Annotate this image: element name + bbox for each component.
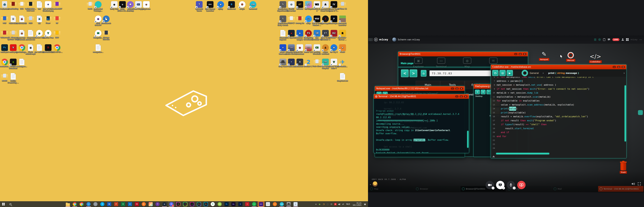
taskbar-pin-openvpn[interactable]: ∩ <box>272 201 278 207</box>
desktop-icon[interactable]: EPIC↗Epic Games Launcher <box>204 1 216 12</box>
chevron-up-icon[interactable]: ∧ <box>315 203 317 205</box>
taskbar-clock[interactable]: 01:21 18-2-2021 <box>352 202 362 206</box>
chat-icon[interactable] <box>608 38 610 41</box>
taskbar-pin-grey-hack[interactable] <box>285 201 292 207</box>
maximize-icon[interactable]: □ <box>460 95 463 98</box>
desktop-icon[interactable]: R↗Rockstar Games ... <box>336 30 348 40</box>
desktop-icon[interactable]: ↗Justinmind Prototyp... <box>92 1 104 12</box>
taskbar-pin-chrome[interactable] <box>71 201 78 207</box>
taskbar-pin-perf-monitor[interactable]: ∿ <box>264 201 272 207</box>
taskbar-pin-blue-app[interactable]: ◷ <box>85 201 92 207</box>
terminal-scrollbar[interactable] <box>467 131 468 148</box>
game-desktop-icon-manual[interactable]: Manual <box>564 52 577 62</box>
close-icon[interactable]: X <box>523 53 526 55</box>
notification-center-icon[interactable]: ▣ <box>364 203 366 205</box>
run-button[interactable]: ▶ <box>507 70 513 76</box>
taskbar-pin-datagrip[interactable]: DG <box>196 201 202 207</box>
chrome-tray-icon[interactable]: ◔ <box>322 203 325 205</box>
ring-icon[interactable]: ◌ <box>326 203 329 205</box>
desktop-icon[interactable]: RV <box>51 16 63 24</box>
desktop-icon[interactable]: ∪jd-gui.exe <box>140 1 152 10</box>
forward-button[interactable]: > <box>410 70 417 77</box>
codeeditor-title-bar[interactable]: CodeEditor.exe - /root/ecklebase.src –□X <box>491 65 626 69</box>
taskbar-pin-grey-app[interactable]: ◌ <box>92 201 99 207</box>
open-file-button[interactable]: 🗀 <box>492 70 498 76</box>
chevron-down-icon[interactable]: ∨ <box>502 186 505 190</box>
language-indicator[interactable]: NLD <box>346 203 350 205</box>
desktop-icon[interactable]: GreyHack.txt <box>336 73 348 82</box>
clipboard-icon[interactable] <box>603 38 606 41</box>
help-lifering-icon[interactable] <box>522 70 528 76</box>
taskbar-pin-discord[interactable]: D1 <box>168 201 175 207</box>
minimize-icon[interactable]: – <box>612 66 616 68</box>
back-button[interactable]: < <box>401 70 408 77</box>
chat-edge-widget[interactable] <box>638 110 643 115</box>
terminal-output[interactable]: ip: 80.2.112.65 kernel: 3.7.4 connected … <box>374 99 469 153</box>
code-horizontal-scrollbar[interactable] <box>496 153 549 154</box>
fe-up-button[interactable]: ^ <box>486 90 491 94</box>
close-icon[interactable]: X <box>464 95 468 98</box>
taskbar-pin-after-effects[interactable]: Ae <box>230 201 237 207</box>
taskbar-pin-tabby[interactable]: T <box>154 201 161 207</box>
screenshare-button[interactable]: ∨ <box>496 181 504 189</box>
taskbar-pin-intellij[interactable]: IJ <box>188 201 196 207</box>
activity-icon[interactable] <box>598 38 601 41</box>
desktop-icon[interactable]: ReedemBOT <box>51 1 63 10</box>
profile-dropdown[interactable]: General ∨ <box>530 72 544 74</box>
desktop-icon[interactable]: B↗Battle.net <box>226 1 238 10</box>
desktop-icon[interactable]: ✈↗SimToolkit... <box>336 59 348 68</box>
grid-view-icon[interactable] <box>626 38 628 41</box>
play-icon[interactable]: ▶ <box>318 203 321 205</box>
display-icon[interactable]: ⊡ <box>330 203 333 205</box>
maximize-icon[interactable]: □ <box>455 88 459 90</box>
taskbar-pin-spotify[interactable]: ≈ <box>251 201 258 207</box>
taskbar-pin-skype[interactable]: S <box>99 201 106 207</box>
browser-title-bar[interactable]: Browser@Tion9931 –□X <box>398 52 528 56</box>
fe-back-button[interactable]: < <box>475 90 480 94</box>
volume-icon[interactable] <box>631 182 635 186</box>
avira-icon[interactable]: A <box>334 203 337 206</box>
code-editor-area[interactable]: 6if not metaxploit then exit("Error: Can… <box>491 77 626 158</box>
desktop-icon[interactable]: Garage Stevens <box>100 30 112 40</box>
header-username[interactable]: m1cey <box>379 38 388 41</box>
start-button[interactable] <box>0 201 7 207</box>
member-icon[interactable] <box>622 38 624 41</box>
maximize-icon[interactable]: □ <box>617 66 620 68</box>
desktop-icon[interactable]: ▙↗Blockbench <box>100 16 112 24</box>
terminal-title-bar[interactable]: Terminal - 154.98.44.22@Tion9931 –□X <box>374 94 469 99</box>
volume-icon[interactable]: ◀) <box>338 203 340 205</box>
home-button[interactable]: ⌂ <box>421 70 426 76</box>
taskbar-pin-mongodb-compass[interactable]: M <box>209 201 216 207</box>
taskbar-pin-nzxt-cam[interactable]: NZXT <box>258 201 264 207</box>
taskbar-pin-webstorm[interactable]: WS <box>202 201 209 207</box>
maximize-icon[interactable]: □ <box>518 53 522 55</box>
chevron-down-icon[interactable]: ∨ <box>624 72 625 74</box>
browser-tab-label[interactable]: Main page <box>401 62 414 65</box>
stop-streaming-button[interactable] <box>517 181 526 189</box>
desktop-icon[interactable]: T↗Microsoft Teams <box>193 1 205 12</box>
camera-button[interactable]: ∨ <box>486 181 494 189</box>
desktop-icon[interactable]: vm↗Voicemod <box>247 1 259 10</box>
notepad-title-bar[interactable]: Notepad.exe - /root/Notes/80.2.112.65/no… <box>375 86 464 91</box>
window-codeeditor[interactable]: CodeEditor.exe - /root/ecklebase.src –□X… <box>491 65 626 158</box>
taskbar-pin-browser-2[interactable] <box>78 201 85 207</box>
minimize-icon[interactable]: – <box>514 53 518 55</box>
game-desktop-icon-codeeditor[interactable]: </>CodeEditor <box>589 53 602 63</box>
desktop-icon[interactable]: wwkutgam... <box>16 59 28 68</box>
close-icon[interactable]: X <box>460 88 463 90</box>
chevron-down-icon[interactable]: ∨ <box>513 186 516 190</box>
microphone-button[interactable]: ∨ <box>507 181 515 189</box>
network-icon[interactable]: ⇄ <box>342 203 344 205</box>
desktop-icon[interactable]: ↗Minecraft Launcher <box>336 16 348 26</box>
taskbar-pin-shield-app[interactable]: S <box>244 201 251 207</box>
taskbar-pin-notepad-app[interactable]: ▤ <box>292 201 299 207</box>
taskbar-pin-pycharm[interactable]: PC <box>182 201 188 207</box>
desktop-icon[interactable]: Notitie E-Learning ... <box>7 73 19 84</box>
desktop-icon[interactable]: 2021-STYS-... <box>51 44 63 53</box>
code-vertical-scrollbar[interactable] <box>624 86 626 142</box>
window-terminal[interactable]: Terminal - 154.98.44.22@Tion9931 –□X ip:… <box>374 94 469 153</box>
desktop-icon[interactable]: SAH <box>51 30 63 38</box>
save-button[interactable]: ▤ <box>500 70 506 76</box>
close-icon[interactable]: X <box>622 66 625 68</box>
scroll-up-arrow-icon[interactable] <box>492 156 495 157</box>
